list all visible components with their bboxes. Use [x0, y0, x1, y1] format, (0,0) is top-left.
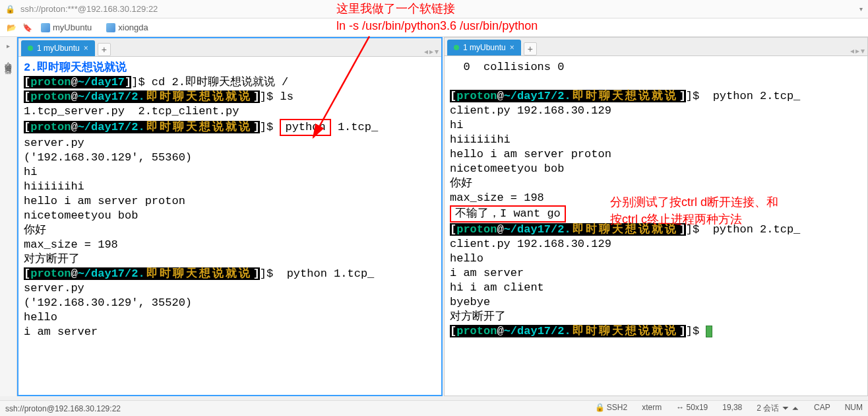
status-num: NUM: [845, 403, 863, 414]
status-ssh: 🔒 SSH2: [595, 403, 628, 414]
session-manager-tab[interactable]: 会话管理器: [3, 56, 13, 63]
title-bar: 🔒 ssh://proton:***@192.168.30.129:22: [0, 0, 868, 18]
status-cap: CAP: [814, 403, 830, 414]
chevron-right-icon[interactable]: ▸: [855, 46, 859, 55]
status-sessions: 2 会话 ⏷ ⏶: [757, 403, 799, 414]
terminal-left[interactable]: 2.即时聊天想说就说 [proton@~/day17]]$ cd 2.即时聊天想…: [18, 57, 441, 395]
add-tab-button[interactable]: +: [524, 42, 537, 55]
folder-icon[interactable]: 📂: [5, 22, 17, 34]
status-term: xterm: [642, 403, 662, 414]
server-item-xiongda[interactable]: xiongda: [102, 21, 152, 34]
python-highlight-box: python: [280, 119, 330, 136]
tab-nav: ◂ ▸ ▾: [850, 46, 867, 55]
add-tab-button[interactable]: +: [98, 43, 111, 56]
close-icon[interactable]: ×: [84, 44, 88, 53]
highlight-box-input: 不输了，I want go: [450, 205, 566, 223]
chevron-left-icon[interactable]: ◂: [850, 46, 854, 55]
dir-header: 2.即时聊天想说就说: [24, 61, 127, 74]
server-icon: [106, 23, 115, 32]
server-label: myUbuntu: [53, 22, 92, 32]
terminal-right[interactable]: 0 collisions 0 [proton@~/day17/2.即时聊天想说就…: [445, 56, 867, 396]
bookmark-icon[interactable]: 🔖: [21, 22, 33, 34]
status-bar: ssh://proton@192.168.30.129:22 🔒 SSH2 xt…: [0, 400, 868, 416]
right-tabs: 1 myUbuntu × + ◂ ▸ ▾: [445, 38, 867, 56]
left-tabs: 1 myUbuntu × + ◂ ▸ ▾: [18, 38, 441, 57]
dropdown-icon[interactable]: ▾: [859, 5, 863, 13]
cursor: [706, 326, 712, 337]
chevron-right-icon[interactable]: ▸: [429, 47, 433, 56]
tab-label: 1 myUbuntu: [37, 44, 80, 53]
status-pos: 19,38: [722, 403, 742, 414]
addr2: ('192.168.30.129', 35520): [24, 296, 192, 309]
chevron-left-icon[interactable]: ◂: [424, 47, 428, 56]
left-pane: 1 myUbuntu × + ◂ ▸ ▾ 2.即时聊天想说就说 [proton@…: [17, 37, 443, 396]
tab-myubuntu-right[interactable]: 1 myUbuntu ×: [447, 40, 521, 55]
server-label: xiongda: [118, 22, 148, 32]
server-item-myubuntu[interactable]: myUbuntu: [37, 21, 96, 34]
status-dot-icon: [454, 45, 459, 50]
lock-icon: 🔒: [5, 5, 15, 14]
menu-icon[interactable]: ▾: [435, 47, 439, 56]
status-size: ↔ 50x19: [676, 403, 708, 414]
status-dot-icon: [28, 46, 33, 51]
cmd-ls: ls: [280, 90, 293, 103]
tab-myubuntu-left[interactable]: 1 myUbuntu ×: [21, 40, 95, 56]
cmd-cd: cd 2.即时聊天想说就说 /: [152, 76, 288, 88]
tab-nav: ◂ ▸ ▾: [424, 47, 441, 56]
toolbar: 📂 🔖 myUbuntu xiongda: [0, 18, 868, 37]
expand-icon[interactable]: ▸: [7, 42, 10, 50]
tab-label: 1 myUbuntu: [463, 43, 506, 52]
close-icon[interactable]: ×: [510, 43, 514, 52]
main-area: ▸ 会话管理器 1 myUbuntu × + ◂ ▸ ▾ 2.即时聊天想说就说 …: [0, 37, 868, 396]
addr1: ('192.168.30.129', 55360): [24, 151, 192, 164]
sidebar: ▸ 会话管理器: [0, 37, 17, 396]
status-address: ssh://proton@192.168.30.129:22: [5, 404, 121, 413]
file-list: 1.tcp_server.py 2.tcp_client.py: [24, 105, 239, 118]
menu-icon[interactable]: ▾: [861, 46, 865, 55]
right-pane: 1 myUbuntu × + ◂ ▸ ▾ 0 collisions 0 [pro…: [444, 37, 868, 396]
split-panes: 1 myUbuntu × + ◂ ▸ ▾ 2.即时聊天想说就说 [proton@…: [17, 37, 868, 396]
window-title: ssh://proton:***@192.168.30.129:22: [20, 4, 158, 14]
server-icon: [41, 23, 50, 32]
